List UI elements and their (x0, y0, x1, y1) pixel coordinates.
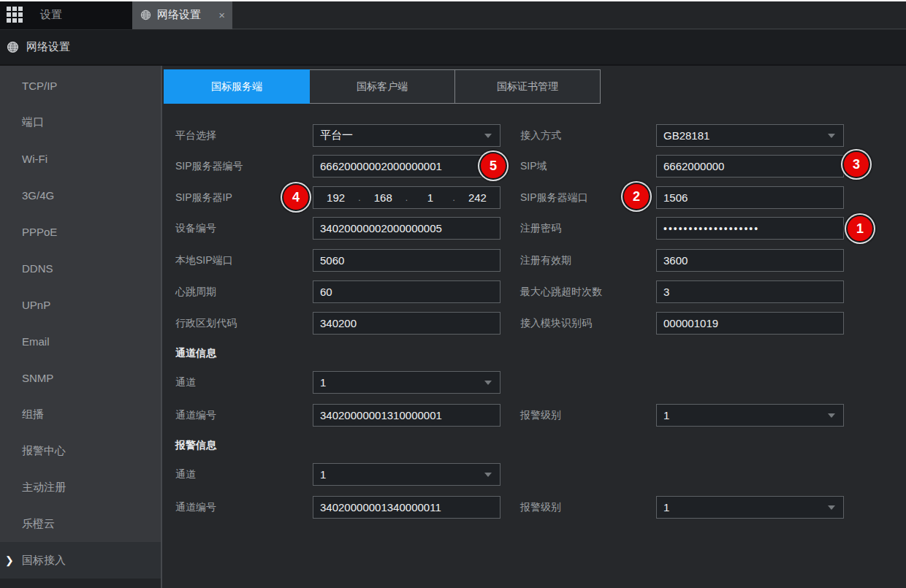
sip-server-port-input[interactable] (656, 186, 844, 209)
sidebar-item-label: 乐橙云 (22, 517, 55, 531)
sip-server-id-input[interactable] (313, 155, 500, 177)
annotation-badge-5: 5 (481, 153, 506, 178)
sidebar-item-wifi[interactable]: Wi-Fi (0, 140, 161, 177)
tab-network-settings[interactable]: 网络设置 × (132, 0, 232, 29)
max-heartbeat-timeout-input[interactable] (656, 280, 844, 303)
tab-gb-client[interactable]: 国标客户端 (309, 69, 455, 104)
channel-id-input[interactable] (313, 404, 500, 427)
ip-octet-3[interactable]: 1 (408, 191, 452, 204)
sidebar-item-label: Email (22, 335, 50, 348)
channel-info-section-title: 通道信息 (175, 346, 216, 359)
sidebar-item-lechange[interactable]: 乐橙云 (0, 505, 161, 542)
alarm-level-select[interactable]: 1 (656, 496, 844, 519)
sidebar-item-label: PPPoE (22, 226, 57, 238)
register-password-label: 注册密码 (520, 217, 561, 240)
sip-server-port-label: SIP服务器端口 (520, 186, 588, 209)
sidebar-item-label: 主动注册 (22, 481, 66, 495)
alarm-channel-select[interactable]: 1 (313, 463, 500, 486)
sip-server-ip-input[interactable]: 192 . 168 . 1 . 242 (313, 186, 500, 209)
sidebar-item-label: SNMP (22, 372, 53, 384)
ip-octet-1[interactable]: 192 (313, 191, 358, 204)
sidebar-item-alarm-center[interactable]: 报警中心 (0, 432, 161, 469)
platform-select[interactable]: 平台一 (313, 124, 500, 147)
settings-tab-label: 设置 (40, 8, 62, 22)
channel-alarm-level-label: 报警级别 (520, 404, 561, 427)
dropdown-arrow-icon (484, 134, 492, 138)
gb-tab-bar: 国标服务端 国标客户端 国标证书管理 (164, 69, 601, 104)
sidebar-item-port[interactable]: 端口 (0, 104, 161, 140)
alarm-level-value: 1 (663, 501, 669, 513)
platform-value: 平台一 (320, 129, 353, 142)
local-sip-port-input[interactable] (313, 249, 500, 272)
close-tab-icon[interactable]: × (218, 9, 225, 20)
tab-gb-certificate[interactable]: 国标证书管理 (454, 69, 601, 104)
sidebar-item-gb-access[interactable]: ❯ 国标接入 (0, 542, 161, 579)
grid-menu-icon[interactable] (7, 7, 23, 23)
ip-octet-2[interactable]: 168 (361, 191, 406, 204)
max-heartbeat-timeout-label: 最大心跳超时次数 (520, 280, 602, 303)
register-valid-period-input[interactable] (656, 249, 844, 272)
sip-domain-input[interactable] (656, 155, 844, 177)
chevron-right-icon: ❯ (5, 554, 14, 566)
dropdown-arrow-icon (484, 473, 492, 477)
sidebar-item-label: DDNS (22, 262, 53, 275)
top-tab-bar: 设置 网络设置 × (0, 0, 906, 29)
alarm-info-section-title: 报警信息 (175, 438, 216, 451)
channel-alarm-level-select[interactable]: 1 (656, 404, 844, 427)
sidebar-item-label: Wi-Fi (22, 153, 47, 165)
page-title: 网络设置 (26, 40, 70, 54)
sip-server-ip-label: SIP服务器IP (175, 186, 232, 209)
dropdown-arrow-icon (484, 381, 492, 385)
alarm-channel-label: 通道 (175, 463, 196, 486)
globe-icon (140, 9, 151, 20)
annotation-badge-3: 3 (844, 152, 869, 177)
alarm-channel-value: 1 (320, 468, 326, 481)
annotation-badge-2: 2 (624, 184, 649, 209)
access-module-id-input[interactable] (656, 312, 844, 335)
device-id-input[interactable] (313, 217, 500, 240)
sidebar-item-ddns[interactable]: DDNS (0, 250, 161, 286)
page-header: 网络设置 (0, 30, 906, 66)
sidebar: TCP/IP 端口 Wi-Fi 3G/4G PPPoE DDNS UPnP Em… (0, 66, 162, 588)
dropdown-arrow-icon (828, 505, 835, 510)
alarm-channel-id-input[interactable] (313, 496, 500, 519)
heartbeat-period-input[interactable] (313, 280, 500, 303)
sidebar-item-upnp[interactable]: UPnP (0, 286, 161, 323)
annotation-badge-4: 4 (283, 185, 308, 210)
network-tab-label: 网络设置 (157, 8, 201, 22)
channel-id-label: 通道编号 (175, 404, 216, 427)
sidebar-item-auto-register[interactable]: 主动注册 (0, 469, 161, 505)
gb-access-panel: 国标服务端 国标客户端 国标证书管理 平台选择 平台一 接入方式 GB28181… (162, 66, 906, 588)
access-mode-value: GB28181 (663, 129, 709, 142)
sidebar-item-snmp[interactable]: SNMP (0, 359, 161, 396)
channel-select[interactable]: 1 (313, 371, 500, 394)
dropdown-arrow-icon (828, 134, 835, 138)
channel-alarm-level-value: 1 (663, 409, 669, 421)
dropdown-arrow-icon (828, 413, 835, 418)
alarm-level-label: 报警级别 (520, 496, 561, 519)
sidebar-list: TCP/IP 端口 Wi-Fi 3G/4G PPPoE DDNS UPnP Em… (0, 66, 161, 579)
sidebar-item-email[interactable]: Email (0, 323, 161, 359)
sidebar-item-label: UPnP (22, 299, 50, 311)
admin-area-code-label: 行政区划代码 (175, 312, 237, 335)
sidebar-footer-strip (0, 579, 161, 588)
app-window: 设置 网络设置 × 网络设置 TCP/IP 端口 (0, 0, 906, 588)
admin-area-code-input[interactable] (313, 312, 500, 335)
globe-icon (7, 41, 19, 53)
sidebar-item-tcpip[interactable]: TCP/IP (0, 67, 161, 104)
access-mode-label: 接入方式 (520, 124, 561, 147)
sidebar-item-label: 端口 (22, 115, 44, 129)
sidebar-item-3g4g[interactable]: 3G/4G (0, 177, 161, 213)
ip-octet-4[interactable]: 242 (455, 191, 500, 204)
sidebar-item-label: TCP/IP (22, 80, 57, 92)
register-password-input[interactable] (656, 217, 844, 240)
sidebar-item-multicast[interactable]: 组播 (0, 396, 161, 432)
tab-gb-server[interactable]: 国标服务端 (164, 69, 310, 104)
sidebar-item-label: 报警中心 (22, 444, 66, 458)
sidebar-item-label: 组播 (22, 408, 44, 421)
tab-settings-home[interactable]: 设置 (0, 0, 132, 29)
access-mode-select[interactable]: GB28181 (656, 124, 844, 147)
sidebar-item-pppoe[interactable]: PPPoE (0, 213, 161, 250)
sidebar-item-label: 国标接入 (22, 554, 66, 568)
sidebar-item-label: 3G/4G (22, 189, 54, 202)
